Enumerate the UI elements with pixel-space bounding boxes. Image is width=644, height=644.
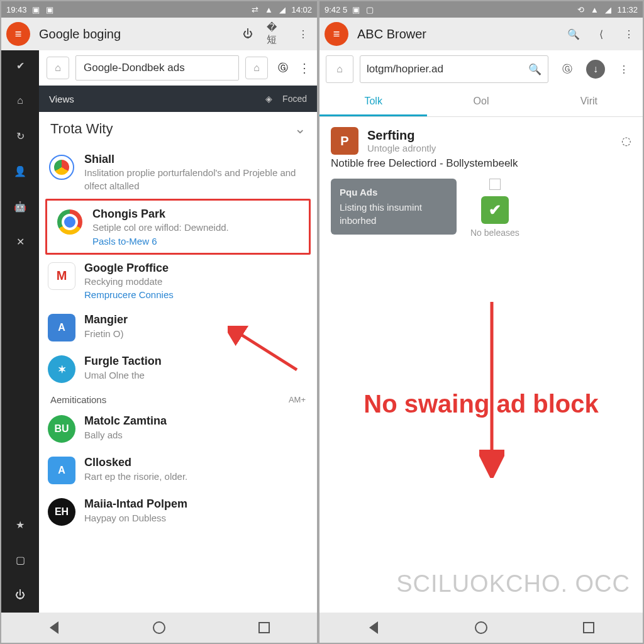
item-sub: Bally ads — [84, 429, 308, 441]
list-item[interactable]: A Cllosked Rart ep the risorie, older. — [39, 449, 317, 491]
status-icon: ▣ — [31, 4, 41, 14]
star-icon[interactable]: ★ — [13, 517, 28, 532]
search-icon[interactable]: 🔍 — [565, 25, 582, 43]
refresh-icon[interactable]: ↻ — [13, 128, 28, 143]
app-logo-icon[interactable]: ≡ — [325, 22, 348, 46]
foced-label: Foced — [282, 94, 307, 104]
recents-button[interactable] — [576, 615, 601, 640]
power-icon[interactable]: ⏻ — [239, 25, 257, 43]
ads-card[interactable]: Pqu Ads Listing this insumint inborhed — [331, 179, 457, 235]
signal-icon: ◢ — [603, 4, 613, 14]
tab-tolk[interactable]: Tolk — [319, 88, 427, 116]
tools-icon[interactable]: ✕ — [13, 234, 28, 249]
more-icon[interactable]: ⋮ — [294, 25, 312, 43]
home-button[interactable]: ⌂ — [47, 57, 69, 79]
globe-icon[interactable]: Ⓖ — [274, 59, 292, 77]
sub-section-title: Aemitications — [50, 394, 106, 405]
chevron-down-icon: ⌄ — [294, 121, 306, 137]
search-icon[interactable]: 🔍 — [528, 63, 541, 76]
chrome-icon — [56, 208, 84, 236]
status-icon: ▣ — [351, 4, 361, 14]
close-ad-icon[interactable] — [489, 179, 501, 190]
address-bar[interactable]: lotgm/hoprier.ad 🔍 — [360, 55, 548, 83]
app-title: Google boging — [39, 27, 121, 42]
check-icon[interactable]: ✔ — [13, 58, 28, 73]
lock-button[interactable]: ⌂ — [245, 57, 268, 79]
card-title: Pqu Ads — [340, 186, 448, 199]
history-icon[interactable]: Ⓖ — [555, 57, 580, 82]
wifi-icon: ▲ — [589, 4, 599, 14]
content-area: ⌂ lotgm/hoprier.ad 🔍 Ⓖ ↓ ⋮ Tolk Ool Viri… — [319, 50, 643, 613]
download-icon[interactable]: ↓ — [586, 60, 605, 79]
check-column: ✔ No beleases — [470, 179, 519, 238]
list-item[interactable]: Chongis Park Setiple col ore wiflod: Dew… — [47, 201, 309, 253]
url-more-icon[interactable]: ⋮ — [298, 60, 309, 75]
sub-section-header: Aemitications AM+ — [39, 389, 317, 408]
card-body: Listing this insumint inborhed — [340, 201, 448, 227]
status-bar: 19:43 ▣ ▣ ⇄ ▲ ◢ 14:02 — [1, 1, 317, 18]
views-label: Views — [49, 94, 74, 104]
list-item[interactable]: BU Matolc Zamtina Bally ads — [39, 408, 317, 449]
share-icon[interactable]: ⟨ — [592, 25, 610, 43]
person-icon[interactable]: 👤 — [13, 164, 28, 179]
result-title: Serfting — [367, 128, 436, 143]
swap-icon: ⇄ — [250, 4, 260, 14]
app-logo-icon[interactable]: ≡ — [6, 22, 30, 46]
status-bar: 9:42 5 ▣ ▢ ⟲ ▲ ◢ 11:32 — [319, 1, 643, 18]
item-sub: Inslitation proplie porturfalendol's and… — [84, 167, 308, 192]
status-time-right: 11:32 — [617, 5, 638, 14]
item-sub: Haypay on Dubless — [84, 512, 308, 525]
home-button[interactable] — [469, 615, 494, 640]
address-text: Google-Dondbek ads — [84, 62, 185, 74]
url-toolbar: ⌂ Google-Dondbek ads ⌂ Ⓖ ⋮ — [39, 50, 317, 86]
item-title: Matolc Zamtina — [84, 414, 308, 428]
gmail-icon: M — [48, 262, 75, 290]
side-rail: ✔ ⌂ ↻ 👤 🤖 ✕ ★ ▢ ⏻ — [1, 50, 39, 613]
item-title: Google Proffice — [84, 261, 308, 275]
list-item[interactable]: EH Maiia-Intad Polpem Haypay on Dubless — [39, 491, 317, 532]
home-icon[interactable]: ⌂ — [13, 93, 28, 108]
back-button[interactable] — [361, 615, 386, 640]
tab-virit[interactable]: Virit — [535, 88, 643, 116]
item-title: Furgle Taction — [84, 354, 308, 369]
item-title: Mangier — [84, 313, 308, 327]
bot-icon[interactable]: 🤖 — [13, 199, 28, 214]
back-button[interactable] — [42, 615, 67, 640]
item-title: Shiall — [84, 152, 308, 167]
power-icon[interactable]: ⏻ — [13, 587, 28, 602]
notice-text: Notible free Delectiord - Bollystembeelk — [319, 157, 643, 170]
url-more-icon[interactable]: ⋮ — [611, 57, 636, 82]
section-header[interactable]: Trota Wity ⌄ — [39, 112, 317, 146]
home-button[interactable] — [147, 615, 172, 640]
app-header: ≡ ABC Brower 🔍 ⟨ ⋮ — [319, 18, 643, 50]
result-row[interactable]: P Serfting Untogle adrontly ◌ — [319, 117, 643, 157]
target-icon[interactable]: ◌ — [621, 134, 631, 148]
item-sub: Umal Olne the — [84, 369, 308, 382]
more-icon[interactable]: ⋮ — [620, 25, 638, 43]
cards-row: Pqu Ads Listing this insumint inborhed ✔… — [319, 170, 643, 247]
sub-section-tag: AM+ — [289, 395, 306, 404]
status-icon: ▣ — [45, 4, 55, 14]
cast-icon: ⟲ — [575, 4, 586, 14]
list-item[interactable]: M Google Proffice Reckying moddate Rempr… — [39, 255, 317, 307]
item-title: Cllosked — [84, 455, 308, 470]
address-bar[interactable]: Google-Dondbek ads — [75, 55, 239, 80]
item-link[interactable]: Remprucere Connies — [84, 289, 308, 300]
twitter-icon: ✶ — [48, 355, 75, 383]
app-title: ABC Brower — [357, 27, 426, 42]
android-nav-bar — [1, 613, 317, 643]
tab-ool[interactable]: Ool — [427, 88, 535, 116]
list-item[interactable]: ✶ Furgle Taction Umal Olne the — [39, 348, 317, 389]
recents-button[interactable] — [252, 615, 277, 640]
square-icon[interactable]: ▢ — [13, 552, 28, 567]
address-text: lotgm/hoprier.ad — [367, 63, 443, 75]
url-toolbar: ⌂ lotgm/hoprier.ad 🔍 Ⓖ ↓ ⋮ — [319, 50, 643, 88]
content-area: ⌂ Google-Dondbek ads ⌂ Ⓖ ⋮ Views ◈ Foced… — [39, 50, 317, 613]
list-item[interactable]: A Mangier Frietin O) — [39, 306, 317, 348]
app-icon: BU — [48, 415, 75, 443]
signal-icon: ◢ — [277, 4, 287, 14]
list-item[interactable]: Shiall Inslitation proplie porturfalendo… — [39, 146, 317, 199]
item-link[interactable]: Pasls to-Mew 6 — [92, 236, 300, 247]
home-button[interactable]: ⌂ — [326, 55, 353, 83]
share-icon[interactable]: �短 — [267, 25, 284, 43]
